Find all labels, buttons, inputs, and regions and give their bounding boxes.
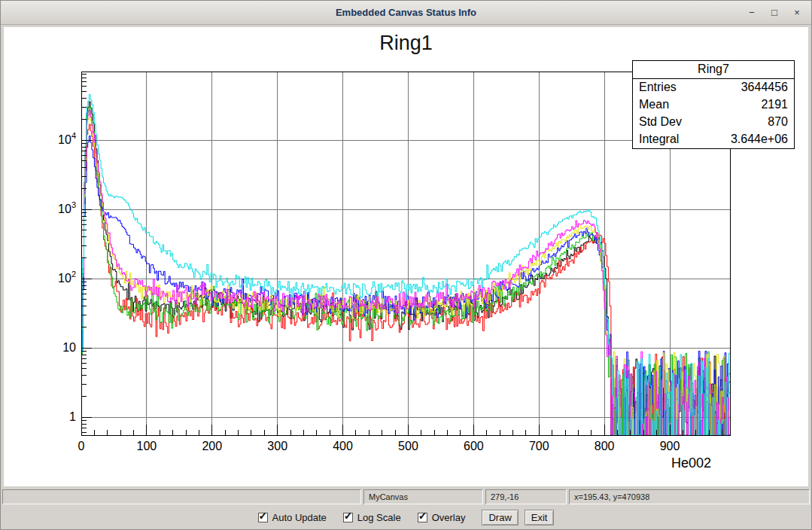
checkbox-box[interactable]: ✓ [258, 513, 268, 522]
stats-label: Std Dev [639, 115, 682, 129]
svg-text:300: 300 [267, 440, 287, 452]
svg-text:400: 400 [333, 440, 353, 452]
checkmark-icon: ✓ [418, 510, 427, 521]
log-scale-checkbox[interactable]: ✓ Log Scale [343, 512, 401, 523]
stats-value: 870 [768, 115, 788, 129]
status-cell-empty [2, 489, 361, 504]
stats-label: Integral [639, 132, 679, 146]
svg-text:0: 0 [78, 440, 85, 452]
svg-text:102: 102 [58, 270, 76, 285]
stats-label: Mean [639, 98, 669, 111]
app-window: Embedded Canvas Status Info − □ × Ring1 … [0, 0, 812, 530]
control-bar: ✓ Auto Update ✓ Log Scale ✓ Overlay Draw… [1, 505, 811, 529]
svg-text:800: 800 [595, 440, 615, 452]
status-bar: MyCanvas 279,-16 x=195.43, y=470938 [1, 489, 811, 505]
exit-button[interactable]: Exit [525, 510, 555, 525]
stats-row-mean: Mean 2191 [633, 96, 794, 114]
svg-text:104: 104 [58, 131, 76, 146]
svg-text:He002: He002 [671, 455, 711, 471]
button-group: Draw Exit [482, 510, 554, 525]
stats-row-entries: Entries 3644456 [633, 79, 794, 96]
checkmark-icon: ✓ [259, 510, 268, 521]
checkbox-box[interactable]: ✓ [418, 513, 427, 522]
root-canvas[interactable]: Ring1 0100200300400500600700800900He0021… [4, 27, 808, 486]
window-title: Embedded Canvas Status Info [1, 7, 811, 18]
minimize-icon[interactable]: − [744, 5, 760, 20]
stats-row-integral: Integral 3.644e+06 [633, 131, 794, 148]
svg-text:1: 1 [69, 410, 76, 423]
checkbox-label: Overlay [432, 512, 466, 523]
checkbox-label: Log Scale [357, 512, 401, 523]
svg-text:900: 900 [660, 440, 680, 452]
stats-row-stddev: Std Dev 870 [633, 114, 794, 131]
status-cell-pixel-coords: 279,-16 [485, 489, 567, 504]
stats-value: 3.644e+06 [731, 132, 788, 146]
stats-value: 2191 [761, 98, 788, 111]
status-cell-canvas-name: MyCanvas [363, 489, 483, 504]
svg-text:500: 500 [398, 440, 418, 452]
svg-text:100: 100 [137, 440, 157, 452]
svg-text:200: 200 [202, 440, 222, 452]
status-cell-data-coords: x=195.43, y=470938 [569, 489, 810, 504]
maximize-icon[interactable]: □ [766, 5, 783, 20]
auto-update-checkbox[interactable]: ✓ Auto Update [258, 512, 327, 523]
checkmark-icon: ✓ [344, 510, 353, 521]
stats-label: Entries [639, 81, 677, 94]
svg-text:103: 103 [58, 200, 76, 215]
stats-box: Ring7 Entries 3644456 Mean 2191 Std Dev … [632, 60, 795, 149]
checkbox-label: Auto Update [272, 512, 327, 523]
window-controls: − □ × [744, 1, 805, 24]
close-icon[interactable]: × [789, 5, 805, 20]
stats-box-title: Ring7 [633, 61, 794, 79]
overlay-checkbox[interactable]: ✓ Overlay [418, 512, 466, 523]
stats-value: 3644456 [741, 81, 788, 94]
svg-text:700: 700 [529, 440, 549, 452]
titlebar[interactable]: Embedded Canvas Status Info − □ × [1, 1, 811, 25]
svg-text:10: 10 [62, 341, 76, 354]
draw-button[interactable]: Draw [482, 510, 518, 525]
checkbox-box[interactable]: ✓ [343, 513, 353, 522]
svg-text:600: 600 [464, 440, 484, 452]
